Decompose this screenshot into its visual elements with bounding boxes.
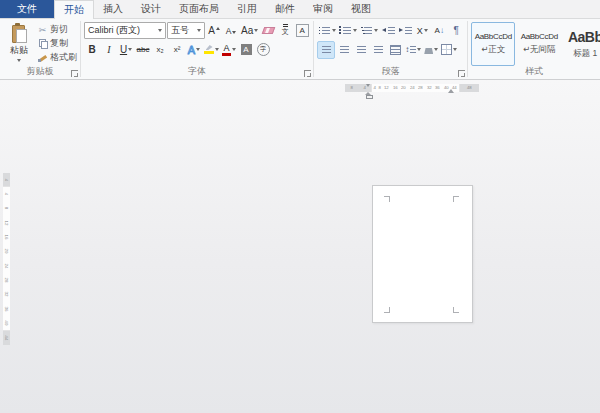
enclose-characters-icon: 字 xyxy=(257,43,270,56)
superscript-button[interactable]: x² xyxy=(169,42,185,58)
hanging-indent-marker[interactable] xyxy=(365,92,371,97)
text-highlight-button[interactable] xyxy=(203,42,220,58)
chevron-down-icon xyxy=(434,48,438,51)
paragraph-group-label: 段落 xyxy=(314,65,467,78)
numbered-list-icon xyxy=(339,26,352,35)
shrink-font-button[interactable]: A xyxy=(223,23,239,39)
margin-crop-mark xyxy=(384,307,390,313)
tab-insert[interactable]: 插入 xyxy=(94,0,132,18)
clipboard-dialog-launcher-icon[interactable] xyxy=(71,70,78,77)
phonetic-guide-button[interactable]: 文 xyxy=(277,23,293,39)
paste-icon xyxy=(12,24,27,43)
document-area[interactable]: 8 4 4 8 12 16 20 24 28 32 36 40 44 48 xyxy=(0,80,600,413)
decrease-indent-button[interactable] xyxy=(380,23,396,39)
justify-button[interactable] xyxy=(370,42,386,58)
align-right-button[interactable] xyxy=(353,42,369,58)
clear-formatting-button[interactable] xyxy=(260,23,276,39)
chevron-down-icon xyxy=(424,29,428,32)
text-effects-button[interactable]: A xyxy=(186,42,202,58)
format-painter-button[interactable]: 格式刷 xyxy=(37,51,77,64)
margin-crop-mark xyxy=(384,196,390,202)
tab-design[interactable]: 设计 xyxy=(132,0,170,18)
strikethrough-button[interactable]: abc xyxy=(135,42,151,58)
shrink-font-icon xyxy=(232,31,236,34)
vertical-ruler[interactable]: 4 4 8 12 16 20 24 28 32 36 40 44 xyxy=(3,173,10,345)
copy-label: 复制 xyxy=(50,37,68,50)
multilevel-list-button[interactable] xyxy=(359,23,379,39)
chevron-down-icon xyxy=(374,29,378,32)
font-dialog-launcher-icon[interactable] xyxy=(304,70,311,77)
font-group-label: 字体 xyxy=(81,65,313,78)
document-page[interactable] xyxy=(372,185,473,323)
paste-button[interactable]: 粘贴 xyxy=(3,21,35,67)
character-border-button[interactable]: A xyxy=(294,23,310,39)
vruler-bottom-margin: 44 xyxy=(3,331,10,345)
asian-layout-button[interactable]: X xyxy=(414,23,430,39)
font-color-button[interactable]: A xyxy=(221,42,237,58)
cut-label: 剪切 xyxy=(50,23,68,36)
paragraph-dialog-launcher-icon[interactable] xyxy=(458,70,465,77)
first-line-indent-marker[interactable] xyxy=(366,84,370,87)
vruler-text-area: 4 8 12 16 20 24 28 32 36 40 xyxy=(3,186,10,331)
style-normal[interactable]: AaBbCcDd ↵正文 xyxy=(471,22,515,66)
enclose-characters-button[interactable]: 字 xyxy=(255,42,271,58)
chevron-down-icon xyxy=(453,48,457,51)
vruler-top-margin: 4 xyxy=(3,173,10,186)
font-size-value: 五号 xyxy=(171,24,189,37)
tab-view[interactable]: 视图 xyxy=(342,0,380,18)
change-case-button[interactable]: Aa xyxy=(240,23,259,39)
ribbon-group-font: Calibri (西文) 五号 A A Aa xyxy=(81,19,313,79)
tab-home[interactable]: 开始 xyxy=(54,0,94,19)
tab-page-layout[interactable]: 页面布局 xyxy=(170,0,228,18)
chevron-down-icon xyxy=(17,59,21,62)
tab-file[interactable]: 文件 xyxy=(0,0,54,18)
bullet-list-icon xyxy=(318,26,331,35)
subscript-button[interactable]: x₂ xyxy=(152,42,168,58)
tab-mailings[interactable]: 邮件 xyxy=(266,0,304,18)
style-heading-1[interactable]: AaBb 标题 1 xyxy=(563,22,600,66)
eraser-icon xyxy=(261,27,275,34)
style-no-spacing[interactable]: AaBbCcDd ↵无间隔 xyxy=(517,22,561,66)
cut-button[interactable]: ✂ 剪切 xyxy=(37,23,77,36)
margin-crop-mark xyxy=(453,307,459,313)
borders-button[interactable] xyxy=(440,42,458,58)
borders-grid-icon xyxy=(441,44,452,55)
numbering-button[interactable] xyxy=(338,23,358,39)
paint-bucket-icon xyxy=(424,48,433,54)
copy-button[interactable]: 复制 xyxy=(37,37,77,50)
font-size-select[interactable]: 五号 xyxy=(167,22,205,39)
line-spacing-button[interactable]: ↕ xyxy=(404,42,422,58)
decrease-indent-icon xyxy=(382,26,395,35)
hruler-text-area: 4 8 12 16 20 24 28 32 36 40 44 xyxy=(371,84,460,92)
chevron-down-icon xyxy=(232,48,236,51)
bold-button[interactable]: B xyxy=(84,42,100,58)
right-indent-marker[interactable] xyxy=(448,89,454,93)
format-painter-icon xyxy=(38,54,47,62)
italic-button[interactable]: I xyxy=(101,42,117,58)
show-marks-button[interactable]: ¶ xyxy=(448,23,464,39)
styles-gallery: AaBbCcDd ↵正文 AaBbCcDd ↵无间隔 AaBb 标题 1 AaB… xyxy=(471,21,597,66)
sort-button[interactable]: A↓ xyxy=(431,23,447,39)
chevron-down-icon xyxy=(417,48,421,51)
styles-group-label: 样式 xyxy=(468,65,600,78)
shading-button[interactable] xyxy=(423,42,439,58)
tab-review[interactable]: 审阅 xyxy=(304,0,342,18)
underline-button[interactable]: U xyxy=(118,42,134,58)
sort-icon: A↓ xyxy=(435,26,444,35)
distribute-button[interactable] xyxy=(387,42,403,58)
grow-font-button[interactable]: A xyxy=(206,23,222,39)
font-name-select[interactable]: Calibri (西文) xyxy=(84,22,166,39)
increase-indent-button[interactable] xyxy=(397,23,413,39)
text-effects-icon: A xyxy=(188,44,195,56)
margin-crop-mark xyxy=(453,196,459,202)
tab-references[interactable]: 引用 xyxy=(228,0,266,18)
ribbon-tab-bar: 文件 开始 插入 设计 页面布局 引用 邮件 审阅 视图 xyxy=(0,0,600,19)
align-right-icon xyxy=(357,46,366,53)
character-shading-button[interactable]: A xyxy=(238,42,254,58)
horizontal-ruler[interactable]: 8 4 4 8 12 16 20 24 28 32 36 40 44 48 xyxy=(345,84,479,92)
align-left-button[interactable] xyxy=(317,41,335,59)
align-center-button[interactable] xyxy=(336,42,352,58)
highlighter-icon xyxy=(204,45,214,54)
chevron-down-icon xyxy=(215,48,219,51)
bullets-button[interactable] xyxy=(317,23,337,39)
